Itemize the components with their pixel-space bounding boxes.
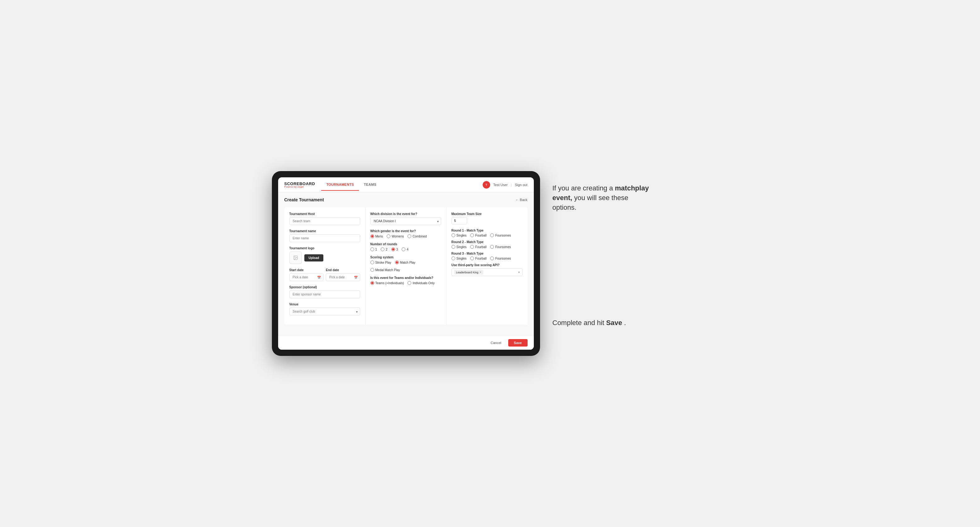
calendar-icon: 📅 (317, 276, 321, 279)
round3-label: Round 3 - Match Type (452, 252, 523, 255)
annotation-bottom-bold: Save (606, 319, 622, 327)
tournament-host-label: Tournament Host (290, 212, 360, 216)
tournament-name-group: Tournament name (290, 229, 360, 242)
cancel-button[interactable]: Cancel (487, 339, 505, 346)
division-select[interactable]: NCAA Division I NCAA Division II NCAA Di… (371, 217, 441, 225)
rounds-1-option[interactable]: 1 (371, 248, 377, 251)
individuals-only-label: Individuals Only (412, 281, 435, 285)
division-select-wrapper: NCAA Division I NCAA Division II NCAA Di… (371, 217, 441, 225)
sponsor-input[interactable] (290, 290, 360, 298)
teams-individuals-group: Is this event for Teams and/or Individua… (371, 276, 441, 285)
round1-foursomes-radio[interactable] (490, 233, 494, 237)
back-link[interactable]: ← Back (515, 198, 528, 202)
start-date-wrapper: 📅 (290, 273, 324, 281)
round2-fourball-radio[interactable] (470, 245, 474, 249)
avatar: T (483, 181, 490, 189)
round1-singles-radio[interactable] (452, 233, 455, 237)
gender-mens-radio[interactable] (371, 234, 374, 238)
sponsor-label: Sponsor (optional) (290, 286, 360, 289)
round1-fourball-label: Fourball (475, 234, 487, 237)
page-wrapper: SCOREBOARD Powered by clippit TOURNAMENT… (272, 171, 708, 356)
round3-singles-radio[interactable] (452, 257, 455, 260)
rounds-4-radio[interactable] (402, 248, 405, 251)
third-party-select[interactable]: Leaderboard King × ▾ (452, 268, 523, 276)
scoring-system-label: Scoring system (371, 256, 441, 259)
rounds-4-option[interactable]: 4 (402, 248, 409, 251)
round2-singles-option[interactable]: Singles (452, 245, 467, 249)
round1-fourball-option[interactable]: Fourball (470, 233, 487, 237)
round1-foursomes-option[interactable]: Foursomes (490, 233, 511, 237)
rounds-4-label: 4 (407, 248, 409, 251)
teams-plus-radio[interactable] (371, 281, 374, 285)
venue-input[interactable] (290, 308, 360, 315)
teams-individuals-label: Is this event for Teams and/or Individua… (371, 276, 441, 279)
rounds-2-label: 2 (386, 248, 388, 251)
gender-womens-radio[interactable] (387, 234, 390, 238)
round2-fourball-option[interactable]: Fourball (470, 245, 487, 249)
round3-singles-option[interactable]: Singles (452, 257, 467, 260)
round2-foursomes-option[interactable]: Foursomes (490, 245, 511, 249)
rounds-label: Number of rounds (371, 243, 441, 246)
teams-plus-option[interactable]: Teams (+Individuals) (371, 281, 404, 285)
individuals-only-option[interactable]: Individuals Only (407, 281, 435, 285)
round1-singles-option[interactable]: Singles (452, 233, 467, 237)
tag-remove-icon[interactable]: × (480, 270, 481, 274)
round2-fourball-label: Fourball (475, 245, 487, 249)
round1-fourball-radio[interactable] (470, 233, 474, 237)
annotation-bottom-period: . (624, 319, 626, 327)
rounds-2-option[interactable]: 2 (381, 248, 388, 251)
gender-womens-option[interactable]: Womens (387, 234, 404, 238)
round2-foursomes-label: Foursomes (495, 245, 511, 249)
rounds-3-radio[interactable] (391, 248, 395, 251)
brand-logo: SCOREBOARD Powered by clippit (284, 182, 315, 188)
round2-singles-radio[interactable] (452, 245, 455, 249)
scoring-stroke-option[interactable]: Stroke Play (371, 260, 391, 264)
round2-foursomes-radio[interactable] (490, 245, 494, 249)
division-label: Which division is the event for? (371, 212, 441, 216)
gender-combined-option[interactable]: Combined (407, 234, 427, 238)
round2-label: Round 2 - Match Type (452, 240, 523, 244)
tournament-host-input[interactable] (290, 217, 360, 225)
scoring-medal-option[interactable]: Medal Match Play (371, 268, 400, 272)
round3-foursomes-option[interactable]: Foursomes (490, 257, 511, 260)
scoring-stroke-radio[interactable] (371, 260, 374, 264)
venue-group: Venue (290, 303, 360, 315)
tab-teams[interactable]: TEAMS (359, 179, 381, 191)
start-date-label: Start date (290, 268, 324, 272)
save-button[interactable]: Save (508, 339, 528, 346)
tab-tournaments[interactable]: TOURNAMENTS (321, 179, 359, 191)
scoring-match-option[interactable]: Match Play (395, 260, 415, 264)
rounds-1-radio[interactable] (371, 248, 374, 251)
round3-fourball-option[interactable]: Fourball (470, 257, 487, 260)
rounds-2-radio[interactable] (381, 248, 385, 251)
gender-combined-radio[interactable] (407, 234, 411, 238)
scoring-match-label: Match Play (400, 261, 415, 264)
end-date-group: End date 📅 (326, 268, 360, 281)
venue-select-wrapper (290, 308, 360, 315)
form-grid: Tournament Host Tournament name Tourname… (284, 207, 528, 325)
user-label: Test User (493, 183, 508, 187)
tag-label: Leaderboard King (456, 271, 479, 274)
upload-button[interactable]: Upload (304, 254, 324, 262)
annotation-top: If you are creating a matchplay event, y… (552, 184, 652, 212)
form-footer: Cancel Save (278, 336, 534, 350)
scoring-medal-radio[interactable] (371, 268, 374, 272)
rounds-3-option[interactable]: 3 (391, 248, 398, 251)
individuals-only-radio[interactable] (407, 281, 411, 285)
max-team-size-input[interactable] (452, 217, 467, 224)
round3-fourball-radio[interactable] (470, 257, 474, 260)
annotation-bottom-before: Complete and hit (552, 319, 606, 327)
start-date-group: Start date 📅 (290, 268, 324, 281)
app-header: SCOREBOARD Powered by clippit TOURNAMENT… (278, 177, 534, 192)
sign-out-link[interactable]: Sign out (515, 183, 527, 187)
tournament-logo-label: Tournament logo (290, 246, 360, 250)
tournament-name-input[interactable] (290, 234, 360, 242)
form-col-2: Which division is the event for? NCAA Di… (366, 207, 447, 325)
gender-mens-label: Mens (375, 235, 383, 238)
gender-mens-option[interactable]: Mens (371, 234, 383, 238)
scoring-match-radio[interactable] (395, 260, 399, 264)
scoring-medal-label: Medal Match Play (375, 268, 400, 272)
scoring-system-group: Scoring system Stroke Play Match Play (371, 256, 441, 272)
rounds-group: Number of rounds 1 2 (371, 243, 441, 251)
round3-foursomes-radio[interactable] (490, 257, 494, 260)
